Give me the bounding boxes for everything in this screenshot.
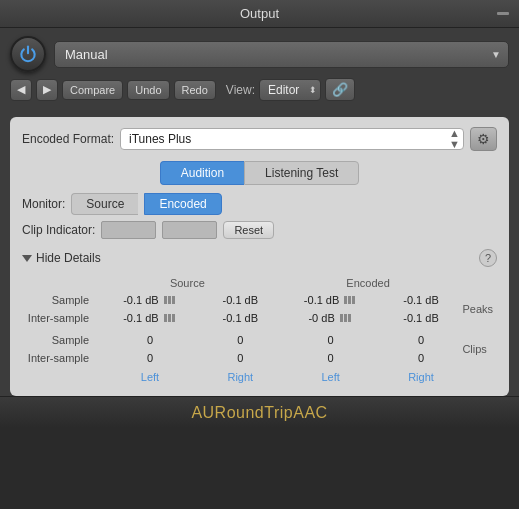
power-button[interactable]	[10, 36, 46, 72]
help-button[interactable]: ?	[479, 249, 497, 267]
clip-indicator-row: Clip Indicator: Reset	[22, 221, 497, 239]
clips-source-left-sample: 0	[97, 331, 203, 349]
encoded-header: Encoded	[278, 275, 459, 291]
details-toggle[interactable]: Hide Details	[22, 251, 101, 265]
table-row: Inter-sample -0.1 dB -0.1 dB -0 dB -0.1 …	[22, 309, 497, 327]
encoded-right-intersample: -0.1 dB	[384, 309, 459, 327]
top-controls-row: Manual ▼	[10, 36, 509, 72]
table-row: Inter-sample 0 0 0 0	[22, 349, 497, 367]
undo-button[interactable]: Undo	[127, 80, 169, 100]
clips-label: Clips	[458, 331, 497, 367]
source-left-label: Left	[97, 367, 203, 386]
data-table: Source Encoded Sample -0.1 dB -0.1 dB -0…	[22, 275, 497, 386]
clips-source-right-sample: 0	[203, 331, 278, 349]
table-row: Sample -0.1 dB -0.1 dB -0.1 dB -0.1 dB P…	[22, 291, 497, 309]
clips-encoded-left-intersample: 0	[278, 349, 384, 367]
column-labels-row: Left Right Left Right	[22, 367, 497, 386]
peaks-label: Peaks	[458, 291, 497, 327]
view-select-wrapper: Editor ⬍	[259, 79, 321, 101]
source-left-intersample: -0.1 dB	[97, 309, 203, 327]
table-row: Sample 0 0 0 0 Clips	[22, 331, 497, 349]
forward-button[interactable]: ▶	[36, 79, 58, 101]
clip-indicator-right	[162, 221, 217, 239]
clip-indicator-label: Clip Indicator:	[22, 223, 95, 237]
empty-col	[22, 367, 97, 386]
title-bar: Output	[0, 0, 519, 28]
empty-col-header	[22, 275, 97, 291]
manual-dropdown[interactable]: Manual	[54, 41, 509, 68]
monitor-encoded-button[interactable]: Encoded	[144, 193, 221, 215]
nav-row: ◀ ▶ Compare Undo Redo View: Editor ⬍ 🔗	[10, 78, 509, 101]
details-header: Hide Details ?	[22, 249, 497, 267]
gear-button[interactable]: ⚙	[470, 127, 497, 151]
minimize-button[interactable]	[497, 12, 509, 15]
reset-button[interactable]: Reset	[223, 221, 274, 239]
source-right-label: Right	[203, 367, 278, 386]
row-label-intersample-peaks: Inter-sample	[22, 309, 97, 327]
clips-encoded-right-intersample: 0	[384, 349, 459, 367]
monitor-row: Monitor: Source Encoded	[22, 193, 497, 215]
format-input[interactable]	[120, 128, 464, 150]
manual-dropdown-wrapper: Manual ▼	[54, 41, 509, 68]
row-label-sample-clips: Sample	[22, 331, 97, 349]
clip-indicator-left	[101, 221, 156, 239]
clips-encoded-right-sample: 0	[384, 331, 459, 349]
encoded-left-label: Left	[278, 367, 384, 386]
tab-audition[interactable]: Audition	[160, 161, 244, 185]
table-header-row: Source Encoded	[22, 275, 497, 291]
empty-side	[458, 367, 497, 386]
source-left-sample: -0.1 dB	[97, 291, 203, 309]
link-button[interactable]: 🔗	[325, 78, 355, 101]
source-header: Source	[97, 275, 278, 291]
clips-encoded-left-sample: 0	[278, 331, 384, 349]
source-right-intersample: -0.1 dB	[203, 309, 278, 327]
view-select[interactable]: Editor	[259, 79, 321, 101]
tab-listening-test[interactable]: Listening Test	[244, 161, 359, 185]
encoded-right-sample: -0.1 dB	[384, 291, 459, 309]
content-panel: Encoded Format: ▲▼ ⚙ Audition Listening …	[10, 117, 509, 396]
bottom-label-text: AURoundTripAAC	[191, 404, 327, 422]
details-toggle-label: Hide Details	[36, 251, 101, 265]
triangle-down-icon	[22, 255, 32, 262]
view-label: View:	[226, 83, 255, 97]
source-right-sample: -0.1 dB	[203, 291, 278, 309]
back-button[interactable]: ◀	[10, 79, 32, 101]
compare-button[interactable]: Compare	[62, 80, 123, 100]
row-label-intersample-clips: Inter-sample	[22, 349, 97, 367]
encoded-right-label: Right	[384, 367, 459, 386]
monitor-source-button[interactable]: Source	[71, 193, 138, 215]
encoded-left-intersample: -0 dB	[278, 309, 384, 327]
monitor-label: Monitor:	[22, 197, 65, 211]
clips-source-right-intersample: 0	[203, 349, 278, 367]
title-bar-title: Output	[240, 6, 279, 21]
empty-side-header	[458, 275, 497, 291]
row-label-sample-peaks: Sample	[22, 291, 97, 309]
bottom-label-bar: AURoundTripAAC	[0, 396, 519, 428]
tab-row: Audition Listening Test	[22, 161, 497, 185]
redo-button[interactable]: Redo	[174, 80, 216, 100]
format-label: Encoded Format:	[22, 132, 114, 146]
encoded-left-sample: -0.1 dB	[278, 291, 384, 309]
format-input-wrapper: ▲▼	[120, 128, 464, 150]
clips-source-left-intersample: 0	[97, 349, 203, 367]
format-row: Encoded Format: ▲▼ ⚙	[22, 127, 497, 151]
